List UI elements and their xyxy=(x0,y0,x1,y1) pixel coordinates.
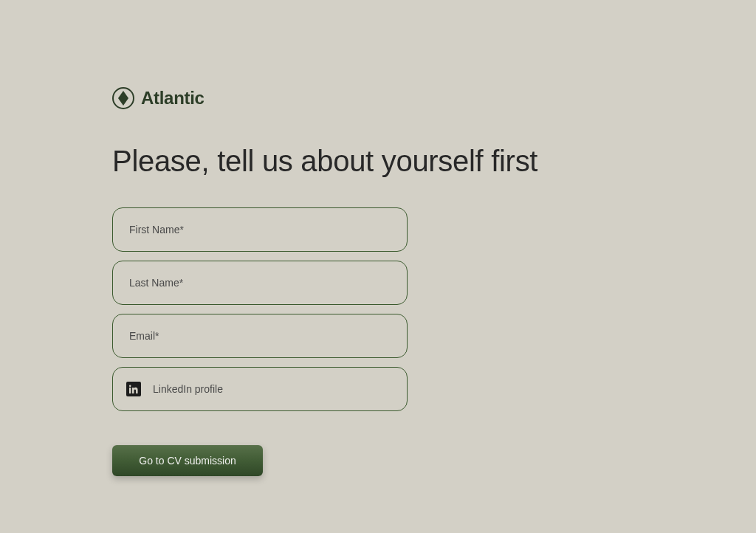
last-name-input[interactable] xyxy=(129,277,391,289)
linkedin-icon xyxy=(126,382,141,396)
brand-name: Atlantic xyxy=(141,88,205,109)
linkedin-field-wrap xyxy=(112,367,408,411)
go-to-cv-submission-button[interactable]: Go to CV submission xyxy=(112,445,263,476)
email-field-wrap xyxy=(112,314,408,358)
brand-logo: Atlantic xyxy=(112,87,756,109)
linkedin-input[interactable] xyxy=(153,383,391,395)
brand-icon xyxy=(112,87,134,109)
last-name-field-wrap xyxy=(112,261,408,305)
page-heading: Please, tell us about yourself first xyxy=(112,145,756,178)
email-input[interactable] xyxy=(129,330,391,342)
first-name-field-wrap xyxy=(112,207,408,252)
first-name-input[interactable] xyxy=(129,224,391,235)
diamond-icon xyxy=(118,91,128,106)
form-fields xyxy=(112,207,408,411)
